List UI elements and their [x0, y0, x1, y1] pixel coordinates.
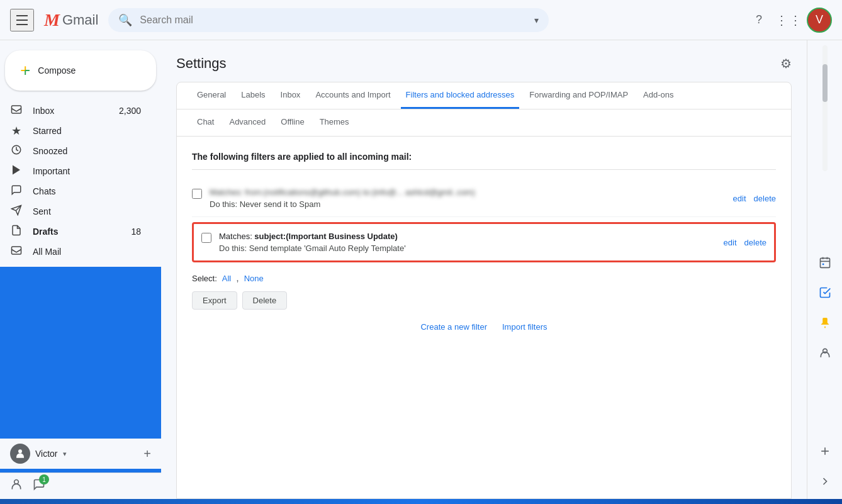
add-app-button[interactable] — [812, 439, 838, 464]
sidebar-item-chats[interactable]: Chats — [0, 181, 151, 201]
bottom-bar — [0, 499, 842, 504]
search-bar: 🔍 ▾ — [108, 8, 549, 32]
sidebar-item-allmail[interactable]: All Mail — [0, 242, 151, 262]
filter-item-1: Matches: from:(notifications@github.com)… — [192, 180, 776, 217]
sidebar-item-drafts[interactable]: Drafts 18 — [0, 221, 151, 242]
svg-rect-8 — [820, 258, 829, 267]
filter-2-delete[interactable]: delete — [744, 238, 766, 247]
tab-forwarding[interactable]: Forwarding and POP/IMAP — [524, 82, 633, 109]
create-filter-link[interactable]: Create a new filter — [420, 322, 487, 332]
sidebar-footer: 1 — [0, 473, 161, 499]
starred-icon: ★ — [10, 124, 23, 138]
tasks-icon-button[interactable] — [812, 280, 838, 305]
apps-icon: ⋮⋮ — [775, 13, 803, 28]
export-button[interactable]: Export — [192, 291, 237, 310]
filter-1-edit[interactable]: edit — [733, 194, 746, 203]
drafts-label: Drafts — [33, 227, 121, 237]
filter-1-checkbox[interactable] — [192, 189, 202, 199]
tab-filters[interactable]: Filters and blocked addresses — [401, 82, 520, 109]
allmail-icon — [10, 245, 23, 259]
topbar-right: ? ⋮⋮ V — [746, 8, 832, 33]
compose-label: Compose — [38, 65, 76, 76]
sidebar-item-snoozed[interactable]: Snoozed — [0, 141, 151, 161]
sidebar-item-inbox[interactable]: Inbox 2,300 — [0, 101, 151, 121]
important-icon — [10, 164, 23, 179]
sent-icon — [10, 204, 23, 219]
bottom-links: Create a new filter Import filters — [192, 322, 776, 347]
snoozed-label: Snoozed — [33, 146, 141, 156]
sidebar-item-important[interactable]: Important — [0, 161, 151, 181]
filter-1-actions: edit delete — [733, 194, 776, 203]
tab-addons[interactable]: Add-ons — [638, 82, 678, 109]
footer-person-icon[interactable] — [10, 478, 23, 494]
tab-themes[interactable]: Themes — [315, 109, 354, 136]
gmail-logo[interactable]: M Gmail — [44, 10, 98, 30]
tab-advanced[interactable]: Advanced — [224, 109, 271, 136]
svg-point-7 — [18, 449, 22, 453]
tabs-row-1: General Labels Inbox Accounts and Import… — [177, 82, 791, 109]
filter-2-actions: edit delete — [724, 238, 766, 247]
allmail-label: All Mail — [33, 247, 141, 257]
tab-chat[interactable]: Chat — [192, 109, 219, 136]
select-label: Select: — [192, 274, 217, 283]
tab-general[interactable]: General — [192, 82, 231, 109]
filter-2-edit[interactable]: edit — [724, 238, 737, 247]
filter-2-match-bold: subject:(Important Business Update) — [254, 232, 398, 241]
search-icon: 🔍 — [118, 13, 132, 27]
svg-point-6 — [14, 480, 19, 484]
search-input[interactable] — [140, 14, 527, 26]
user-avatar — [10, 444, 30, 464]
keep-icon-button[interactable] — [812, 310, 838, 335]
footer-chat-icon[interactable]: 1 — [33, 478, 45, 494]
gmail-m-icon: M — [44, 10, 60, 30]
scrollbar[interactable] — [822, 45, 828, 171]
select-all-link[interactable]: All — [222, 274, 231, 283]
compose-button[interactable]: + Compose — [5, 50, 156, 91]
search-dropdown-icon[interactable]: ▾ — [534, 15, 539, 25]
avatar[interactable]: V — [807, 8, 832, 33]
expand-arrow-icon[interactable] — [812, 469, 838, 494]
menu-button[interactable] — [10, 9, 34, 31]
scrollbar-thumb — [822, 64, 828, 102]
chats-icon — [10, 184, 23, 199]
tab-offline[interactable]: Offline — [276, 109, 309, 136]
inbox-icon — [10, 104, 23, 118]
tab-labels[interactable]: Labels — [236, 82, 270, 109]
help-button[interactable]: ? — [746, 8, 772, 33]
action-buttons: Export Delete — [192, 291, 776, 310]
filter-1-action: Do this: Never send it to Spam — [210, 199, 726, 209]
user-section: Victor ▾ + — [0, 439, 161, 469]
svg-rect-12 — [822, 263, 824, 265]
tabs-row-2: Chat Advanced Offline Themes — [177, 109, 791, 137]
apps-button[interactable]: ⋮⋮ — [777, 8, 802, 33]
filter-1-delete[interactable]: delete — [754, 194, 776, 203]
user-name: Victor — [35, 449, 58, 459]
settings-gear-icon[interactable]: ⚙ — [780, 56, 792, 71]
delete-button[interactable]: Delete — [242, 291, 288, 310]
compose-plus-icon: + — [20, 60, 30, 81]
user-chevron-icon: ▾ — [63, 450, 67, 458]
select-row: Select: All , None — [192, 272, 776, 284]
sidebar-item-sent[interactable]: Sent — [0, 201, 151, 221]
calendar-icon-button[interactable] — [812, 250, 838, 275]
tab-inbox[interactable]: Inbox — [276, 82, 306, 109]
content-area: Settings ⚙ General Labels Inbox Accounts… — [161, 40, 807, 499]
filter-section: The following filters are applied to all… — [177, 137, 791, 362]
filter-description: The following filters are applied to all… — [192, 152, 776, 162]
filter-divider — [192, 169, 776, 170]
drafts-icon — [10, 225, 23, 239]
tab-accounts[interactable]: Accounts and Import — [310, 82, 395, 109]
sidebar-item-starred[interactable]: ★ Starred — [0, 121, 151, 141]
settings-title: Settings — [176, 55, 227, 72]
filter-1-content: Matches: from:(notifications@github.com)… — [210, 188, 726, 209]
select-separator: , — [236, 272, 239, 284]
important-label: Important — [33, 166, 141, 176]
filter-2-content: Matches: subject:(Important Business Upd… — [219, 232, 716, 253]
add-account-button[interactable]: + — [143, 447, 151, 461]
select-none-link[interactable]: None — [244, 274, 264, 283]
contacts-icon-button[interactable] — [812, 340, 838, 366]
inbox-count: 2,300 — [119, 106, 141, 116]
import-filters-link[interactable]: Import filters — [502, 322, 547, 332]
filter-2-checkbox[interactable] — [201, 233, 211, 243]
sent-label: Sent — [33, 206, 141, 216]
